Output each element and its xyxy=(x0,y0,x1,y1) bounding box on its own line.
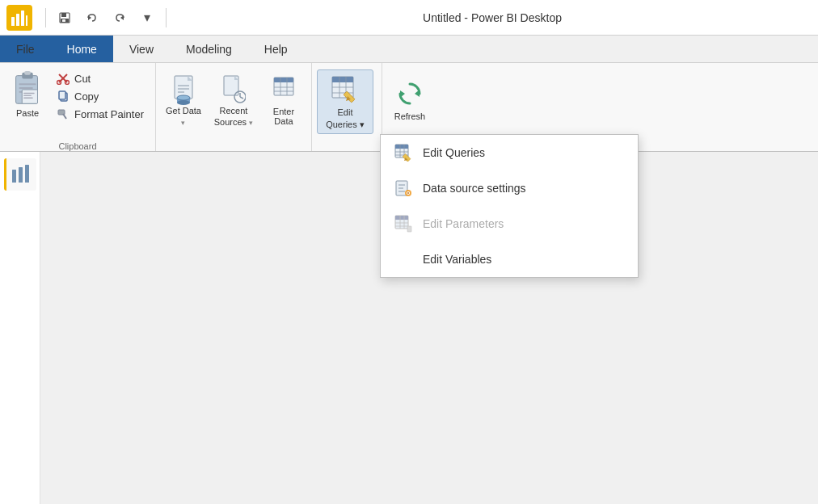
tab-view[interactable]: View xyxy=(113,36,170,62)
edit-parameters-icon xyxy=(394,214,413,233)
svg-rect-25 xyxy=(59,91,65,99)
svg-rect-3 xyxy=(26,15,27,26)
edit-queries-button[interactable]: Edit Queries ▾ xyxy=(317,69,373,134)
svg-rect-5 xyxy=(61,13,66,17)
svg-rect-80 xyxy=(12,170,16,183)
enter-data-button[interactable]: Enter Data xyxy=(259,69,308,129)
svg-rect-74 xyxy=(395,216,408,220)
svg-rect-79 xyxy=(407,226,411,232)
save-button[interactable] xyxy=(53,6,77,30)
redo-button[interactable] xyxy=(108,6,132,30)
dropdown-item-edit-variables[interactable]: Edit Variables xyxy=(381,242,638,277)
tab-home[interactable]: Home xyxy=(51,36,113,62)
app-logo xyxy=(6,5,32,31)
undo-button[interactable] xyxy=(80,6,104,30)
edit-queries-menu-icon xyxy=(394,143,413,162)
svg-marker-9 xyxy=(120,15,124,20)
svg-marker-57 xyxy=(400,90,405,98)
app-title: Untitled - Power BI Desktop xyxy=(173,11,812,24)
svg-rect-16 xyxy=(22,90,37,103)
svg-rect-1 xyxy=(16,14,19,26)
svg-rect-12 xyxy=(24,71,31,75)
svg-point-36 xyxy=(177,95,190,100)
dropdown-item-edit-params: Edit Parameters xyxy=(381,206,638,242)
dropdown-item-edit-queries[interactable]: Edit Queries xyxy=(381,135,638,170)
tab-help[interactable]: Help xyxy=(248,36,304,62)
data-group: Get Data ▾ Recent Sources ▾ xyxy=(156,63,312,151)
quick-access: ▾ xyxy=(53,6,159,30)
queries-group: Edit Queries ▾ xyxy=(312,63,382,151)
svg-rect-13 xyxy=(19,83,36,85)
recent-sources-button[interactable]: Recent Sources ▾ xyxy=(209,69,258,129)
quick-access-dropdown[interactable]: ▾ xyxy=(135,6,159,30)
cut-button[interactable]: Cut xyxy=(52,69,149,87)
data-source-settings-icon xyxy=(394,178,413,198)
clipboard-label: Clipboard xyxy=(6,141,149,151)
svg-rect-59 xyxy=(395,145,408,149)
title-bar: ▾ Untitled - Power BI Desktop xyxy=(0,0,818,36)
svg-rect-82 xyxy=(25,165,29,183)
svg-rect-81 xyxy=(19,167,23,183)
tab-modeling[interactable]: Modeling xyxy=(170,36,248,62)
svg-point-72 xyxy=(407,192,409,194)
tab-file[interactable]: File xyxy=(0,36,51,62)
svg-rect-14 xyxy=(19,87,32,89)
ribbon-tabs: File Home View Modeling Help xyxy=(0,36,818,63)
svg-marker-56 xyxy=(415,90,420,97)
clipboard-group: Paste Cut xyxy=(0,63,156,151)
separator xyxy=(45,8,46,27)
format-painter-button[interactable]: Format Painter xyxy=(52,105,149,123)
ribbon-body: Paste Cut xyxy=(0,63,818,152)
sidebar-item-report[interactable] xyxy=(4,158,36,191)
left-sidebar xyxy=(0,152,40,504)
svg-rect-49 xyxy=(332,77,353,82)
separator2 xyxy=(166,8,167,27)
svg-rect-2 xyxy=(21,10,24,26)
edit-variables-icon xyxy=(394,250,413,269)
svg-rect-0 xyxy=(11,17,15,26)
get-data-button[interactable]: Get Data ▾ xyxy=(159,69,208,129)
svg-rect-43 xyxy=(274,78,293,82)
paste-button[interactable]: Paste xyxy=(6,66,48,121)
edit-queries-dropdown: Edit Queries Data source settings xyxy=(380,134,639,278)
svg-rect-7 xyxy=(62,19,65,22)
svg-rect-18 xyxy=(23,95,32,96)
svg-marker-8 xyxy=(88,15,91,20)
svg-rect-17 xyxy=(23,93,34,94)
svg-line-41 xyxy=(240,97,243,99)
svg-rect-19 xyxy=(23,98,33,99)
copy-button[interactable]: Copy xyxy=(52,87,149,105)
refresh-button[interactable]: Refresh xyxy=(386,69,434,129)
dropdown-item-data-source[interactable]: Data source settings xyxy=(381,170,638,206)
